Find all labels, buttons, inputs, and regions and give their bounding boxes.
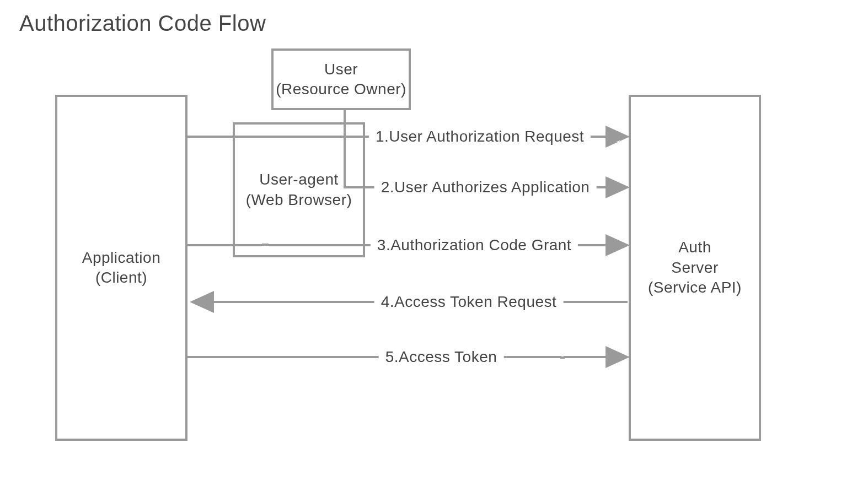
actor-application: Application (Client): [55, 95, 187, 441]
flow-step-1: 1.User Authorization Request: [369, 128, 591, 145]
actor-application-sub: (Client): [95, 268, 147, 288]
diagram-title: Authorization Code Flow: [19, 11, 266, 36]
flow-step-5: 5.Access Token: [379, 348, 504, 366]
actor-auth-server: Auth Server (Service API): [629, 95, 761, 441]
actor-auth-server-sub: (Service API): [648, 278, 742, 298]
actor-user-name: User: [324, 60, 358, 79]
actor-auth-server-name1: Auth: [678, 237, 711, 257]
actor-user-agent-name: User-agent: [259, 170, 339, 190]
actor-user: User (Resource Owner): [271, 48, 411, 110]
actor-user-sub: (Resource Owner): [276, 79, 406, 99]
actor-auth-server-name2: Server: [671, 258, 718, 278]
flow-step-4: 4.Access Token Request: [374, 293, 564, 311]
flow-step-3: 3.Authorization Code Grant: [371, 236, 578, 254]
actor-user-agent-sub: (Web Browser): [246, 190, 352, 210]
diagram-canvas: Authorization Code Flow: [0, 0, 868, 497]
actor-user-agent: User-agent (Web Browser): [233, 122, 365, 257]
actor-application-name: Application: [82, 248, 160, 268]
flow-step-2: 2.User Authorizes Application: [374, 179, 597, 196]
